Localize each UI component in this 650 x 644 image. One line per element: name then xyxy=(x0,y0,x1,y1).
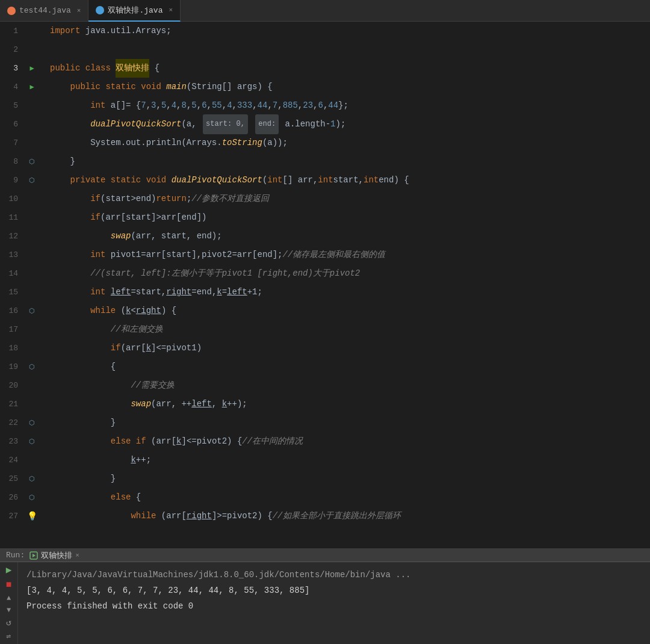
plain-4d: (String[] args) { xyxy=(187,78,273,96)
num-44: 44 xyxy=(258,96,268,115)
var-k-16: k xyxy=(126,302,131,320)
tab-test44[interactable]: test44.java × xyxy=(0,0,88,22)
plain-6b xyxy=(249,115,254,134)
plain-6c: a.length- xyxy=(280,115,330,134)
gutter-row-1: 1 xyxy=(0,22,45,40)
kw-static-9: static xyxy=(111,171,141,190)
indent-8 xyxy=(50,152,70,171)
plain-18a: (arr[ xyxy=(121,339,146,358)
tab-bar: test44.java × 双轴快排.java × xyxy=(0,0,650,22)
run-tab-close[interactable]: × xyxy=(75,552,79,559)
gutter-icon-25: ⬡ xyxy=(23,475,41,483)
run-tab-label: 双轴快排 xyxy=(41,550,72,561)
kw-int-9a: int xyxy=(267,171,282,190)
plain-11a: (arr[start]>arr[end]) xyxy=(101,208,206,227)
plain-16a: ( xyxy=(116,302,126,320)
comma-8: , xyxy=(222,96,227,115)
tab-dualpivot[interactable]: 双轴快排.java × xyxy=(88,0,181,22)
code-line-23: else if (arr[ k ]<=pivot2) { //在中间的情况 xyxy=(45,432,650,451)
code-line-7: System.out.println(Arrays. toString (a))… xyxy=(45,134,650,152)
gutter-row-3: 3 ▶ xyxy=(0,59,45,78)
close-array: }; xyxy=(338,96,348,115)
run-tab[interactable]: 双轴快排 × xyxy=(29,550,79,561)
code-line-19: { xyxy=(45,358,650,376)
indent-18 xyxy=(50,339,111,358)
bookmark-icon-9: ⬡ xyxy=(29,176,35,184)
line-num-4: 4 xyxy=(0,78,23,96)
param-end: end: xyxy=(255,114,279,134)
code-line-16: while ( k < right ) { xyxy=(45,302,650,320)
kw-if-10: if xyxy=(90,190,101,208)
run-restart-button[interactable]: ↺ xyxy=(6,619,11,628)
gutter: 1 2 3 ▶ 4 ▶ 5 6 7 8 ⬡ xyxy=(0,22,45,548)
indent-16 xyxy=(50,302,90,320)
indent-27 xyxy=(50,507,131,525)
indent-13 xyxy=(50,246,90,264)
gutter-icon-26: ⬡ xyxy=(23,494,41,501)
indent-19 xyxy=(50,358,111,376)
num-1: 1 xyxy=(330,115,335,134)
code-line-5: int a[]= { 7 , 3 , 5 , 4 , 8 , 5 , 6 , 5… xyxy=(45,96,650,115)
bulb-icon-27[interactable]: 💡 xyxy=(27,511,37,521)
plain-3a xyxy=(80,59,85,78)
num-885: 885 xyxy=(283,96,298,115)
code-line-25: } xyxy=(45,469,650,488)
plain-4a xyxy=(101,78,105,96)
num-333: 333 xyxy=(237,96,252,115)
comment-20: //需要交换 xyxy=(131,376,175,395)
line-num-7: 7 xyxy=(0,134,23,152)
line-num-9: 9 xyxy=(0,171,23,190)
bookmark-icon-25: ⬡ xyxy=(29,475,35,483)
num-4: 4 xyxy=(172,96,176,115)
run-arrow-4[interactable]: ▶ xyxy=(29,82,34,91)
var-left: left xyxy=(111,283,131,302)
num-7b: 7 xyxy=(273,96,277,115)
var-right: right xyxy=(166,283,191,302)
plain-5a: a[]= { xyxy=(105,96,141,115)
plain-13a: pivot1=arr[start],pivot2=arr[end]; xyxy=(105,246,282,264)
code-content: import java.util.Arrays; public class 双轴… xyxy=(45,22,650,548)
comma-2: , xyxy=(156,96,161,115)
run-stop-button[interactable]: ■ xyxy=(6,580,12,590)
plain-4c xyxy=(161,78,166,96)
gutter-row-4: 4 ▶ xyxy=(0,78,45,96)
indent-17 xyxy=(50,320,111,339)
kw-int-13: int xyxy=(90,246,105,264)
line-num-21: 21 xyxy=(0,395,23,413)
run-wrap-button[interactable]: ⇌ xyxy=(7,633,11,640)
run-arrow-3[interactable]: ▶ xyxy=(29,64,34,73)
gutter-row-15: 15 xyxy=(0,283,45,302)
run-scroll-up-button[interactable]: ▲ xyxy=(7,595,11,602)
plain-16c: ) { xyxy=(161,302,176,320)
tab-close-test44[interactable]: × xyxy=(77,7,81,14)
close-8: } xyxy=(70,152,75,171)
tab-label-dualpivot: 双轴快排.java xyxy=(108,5,162,16)
indent-6 xyxy=(50,115,90,134)
gutter-row-6: 6 xyxy=(0,115,45,134)
indent-26 xyxy=(50,488,111,507)
plain-15d: = xyxy=(222,283,227,302)
line-num-22: 22 xyxy=(0,413,23,432)
line-num-2: 2 xyxy=(0,40,23,59)
gutter-icon-19: ⬡ xyxy=(23,363,41,371)
gutter-row-16: 16 ⬡ xyxy=(0,302,45,320)
code-line-14: //(start, left]:左侧小于等于pivot1 [right,end)… xyxy=(45,264,650,283)
code-line-3: public class 双轴快排 { xyxy=(45,59,650,78)
comma-13: , xyxy=(298,96,303,115)
code-line-27: while (arr[ right ]>=pivot2) { //如果全部小于直… xyxy=(45,507,650,525)
run-scroll-down-button[interactable]: ▼ xyxy=(7,607,11,614)
line-num-15: 15 xyxy=(0,283,23,302)
gutter-icon-9: ⬡ xyxy=(23,176,41,184)
comma-14: , xyxy=(313,96,318,115)
run-play-button[interactable]: ▶ xyxy=(6,566,12,575)
indent-24 xyxy=(50,451,131,469)
gutter-row-25: 25 ⬡ xyxy=(0,469,45,488)
run-tab-icon xyxy=(29,551,38,560)
gutter-icon-27: 💡 xyxy=(23,511,41,521)
run-output: /Library/Java/JavaVirtualMachines/jdk1.8… xyxy=(18,562,650,644)
code-line-4: public static void main (String[] args) … xyxy=(45,78,650,96)
num-44b: 44 xyxy=(328,96,338,115)
tab-close-dualpivot[interactable]: × xyxy=(169,7,173,14)
kw-private: private xyxy=(70,171,106,190)
plain-27b: ]>=pivot2) { xyxy=(212,507,273,525)
